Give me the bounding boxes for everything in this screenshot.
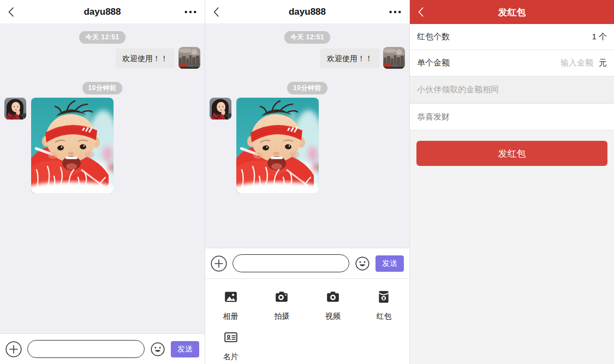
message-list: 今天 12:51 欢迎使用！！ 10分钟前	[205, 24, 409, 248]
woman-avatar-image	[4, 98, 26, 120]
send-button[interactable]: 发送	[375, 255, 404, 272]
album-icon	[224, 290, 238, 304]
message-bubble: 欢迎使用！！	[116, 49, 175, 68]
more-dots-icon	[389, 10, 402, 14]
camera-icon	[275, 290, 289, 304]
chat-title: dayu888	[84, 7, 121, 17]
composer-bar: 发送	[205, 248, 409, 278]
attachment-camera[interactable]: 拍摄	[257, 290, 308, 321]
chat-header: dayu888	[0, 0, 205, 24]
red-packet-footer: 发红包	[410, 130, 614, 364]
red-packet-icon	[377, 290, 391, 304]
amount-label: 单个金额	[417, 58, 450, 68]
packet-count-label: 红包个数	[417, 32, 450, 42]
incoming-message-row	[205, 98, 409, 193]
back-button[interactable]	[418, 7, 424, 20]
back-button[interactable]	[8, 7, 24, 17]
attachment-red-packet[interactable]: 红包	[359, 290, 410, 321]
attachment-label: 拍摄	[274, 312, 289, 321]
incoming-message-row	[0, 98, 205, 193]
back-button[interactable]	[213, 7, 229, 17]
contact-avatar[interactable]	[4, 98, 26, 120]
video-icon	[326, 290, 340, 304]
red-packet-screen: 发红包 红包个数 1 个 单个金额 输入金额 元 小伙伴领取的金额相同 恭喜发财…	[409, 0, 614, 364]
own-avatar[interactable]	[178, 47, 200, 69]
more-dots-icon	[184, 10, 197, 14]
outgoing-message-row: 欢迎使用！！	[205, 49, 409, 69]
chat-screen: dayu888 今天 12:51 欢迎使用！！ 10分钟前 发送	[0, 0, 205, 364]
city-avatar-image	[383, 47, 405, 69]
emoji-smile-icon[interactable]	[150, 342, 165, 357]
emoji-smile-icon[interactable]	[355, 256, 370, 271]
woman-avatar-image	[210, 98, 231, 120]
send-button[interactable]: 发送	[171, 341, 199, 357]
timestamp-pill: 10分钟前	[287, 82, 327, 94]
city-avatar-image	[178, 47, 200, 69]
amount-row[interactable]: 单个金额 输入金额 元	[410, 50, 614, 76]
outgoing-message-row: 欢迎使用！！	[0, 49, 205, 69]
chevron-left-icon	[418, 7, 424, 17]
chat-screen-attachments: dayu888 今天 12:51 欢迎使用！！ 10分钟前 发送 相册	[205, 0, 409, 364]
attachment-panel: 相册 拍摄 视频 红包 名片	[205, 278, 409, 364]
chevron-left-icon	[213, 7, 219, 17]
more-button[interactable]	[385, 10, 402, 14]
red-packet-header: 发红包	[410, 0, 614, 24]
contact-avatar[interactable]	[210, 98, 231, 120]
amount-input-placeholder[interactable]: 输入金额	[561, 58, 593, 68]
composer-bar: 发送	[0, 333, 205, 364]
chat-title: dayu888	[289, 7, 326, 17]
greeting-input[interactable]: 恭喜发财	[410, 104, 614, 130]
attachment-label: 相册	[223, 312, 239, 321]
contact-card-icon	[224, 330, 238, 344]
attachment-album[interactable]: 相册	[205, 290, 257, 321]
page-title: 发红包	[498, 6, 526, 19]
message-bubble: 欢迎使用！！	[320, 49, 379, 68]
attachment-label: 名片	[223, 352, 239, 362]
amount-unit: 元	[599, 58, 607, 68]
packet-count-value: 1 个	[592, 32, 607, 42]
packet-count-row[interactable]: 红包个数 1 个	[410, 24, 614, 50]
timestamp-pill: 今天 12:51	[79, 31, 125, 44]
equal-amount-note: 小伙伴领取的金额相同	[410, 76, 614, 104]
photo-message[interactable]	[236, 98, 319, 193]
timestamp-pill: 今天 12:51	[284, 31, 330, 44]
message-list: 今天 12:51 欢迎使用！！ 10分钟前	[0, 24, 205, 333]
message-input[interactable]	[27, 340, 145, 358]
more-button[interactable]	[181, 10, 197, 14]
plus-circle-icon[interactable]	[5, 341, 22, 357]
attachment-video[interactable]: 视频	[307, 290, 359, 321]
own-avatar[interactable]	[383, 47, 405, 69]
attachment-label: 红包	[376, 312, 391, 321]
chevron-left-icon	[8, 7, 14, 17]
attachment-contact-card[interactable]: 名片	[205, 330, 257, 362]
timestamp-pill: 10分钟前	[82, 82, 123, 94]
plus-circle-icon[interactable]	[211, 255, 227, 272]
attachment-label: 视频	[325, 312, 341, 321]
message-input[interactable]	[233, 254, 349, 272]
photo-message[interactable]	[31, 98, 114, 193]
chat-header: dayu888	[205, 0, 409, 24]
send-red-packet-button[interactable]: 发红包	[416, 141, 607, 166]
